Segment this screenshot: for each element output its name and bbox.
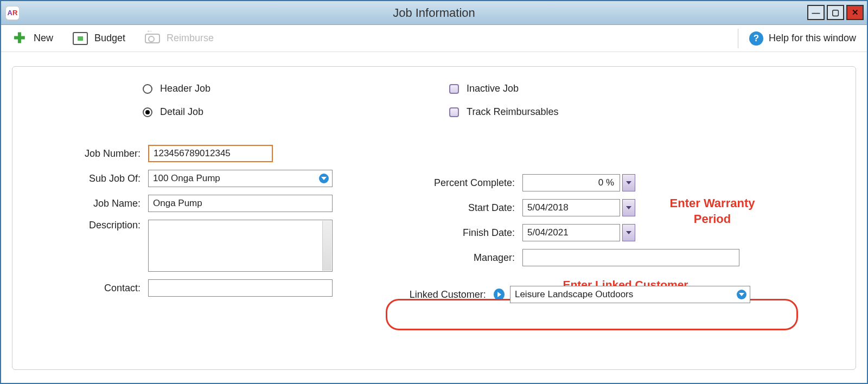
job-name-field: Job Name: Onga Pump bbox=[34, 195, 338, 212]
new-button[interactable]: ✚ New bbox=[12, 32, 53, 45]
contact-field: Contact: bbox=[34, 279, 338, 297]
manager-input[interactable] bbox=[522, 249, 739, 266]
new-label: New bbox=[34, 33, 53, 44]
checkbox-icon bbox=[449, 84, 459, 94]
description-input[interactable] bbox=[148, 220, 333, 272]
start-date-picker[interactable] bbox=[622, 199, 635, 216]
help-button[interactable]: ? Help for this window bbox=[738, 29, 856, 48]
annotation-warranty: Enter Warranty Period bbox=[653, 196, 772, 227]
detail-job-radio[interactable]: Detail Job bbox=[143, 106, 210, 118]
track-reimbursables-label: Track Reimbursables bbox=[467, 106, 558, 118]
checkbox-icon bbox=[449, 107, 459, 117]
job-number-value: 123456789012345 bbox=[154, 148, 231, 159]
plus-icon: ✚ bbox=[12, 32, 27, 45]
window-controls: — ▢ ✕ bbox=[807, 5, 864, 20]
radio-icon-selected bbox=[143, 107, 152, 117]
dropdown-icon[interactable] bbox=[319, 174, 329, 183]
detail-job-label: Detail Job bbox=[160, 106, 203, 118]
finish-date-label: Finish Date: bbox=[403, 227, 522, 239]
form-panel: Header Job Detail Job Inactive Job Track… bbox=[12, 66, 856, 370]
sub-job-of-label: Sub Job Of: bbox=[34, 173, 148, 184]
job-type-radios: Header Job Detail Job bbox=[143, 83, 210, 118]
sub-job-of-value: 100 Onga Pump bbox=[153, 173, 220, 184]
finish-date-input[interactable]: 5/04/2021 bbox=[522, 224, 620, 241]
toolbar: ✚ New Budget Reimburse ? Help for this w… bbox=[1, 25, 867, 52]
reimburse-label: Reimburse bbox=[167, 33, 214, 44]
inactive-job-label: Inactive Job bbox=[467, 83, 519, 94]
percent-complete-value: 0 % bbox=[598, 177, 614, 188]
start-date-input[interactable]: 5/04/2018 bbox=[522, 199, 620, 216]
arrow-right-icon[interactable] bbox=[494, 289, 505, 300]
contact-label: Contact: bbox=[34, 283, 148, 294]
options-row: Header Job Detail Job Inactive Job Track… bbox=[143, 83, 834, 118]
linked-customer-field: Linked Customer: Leisure Landscape Outdo… bbox=[403, 286, 750, 303]
budget-button[interactable]: Budget bbox=[73, 32, 125, 45]
window-title: Job Information bbox=[1, 6, 867, 20]
form-area: Job Number: 123456789012345 Sub Job Of: … bbox=[34, 145, 834, 303]
help-label: Help for this window bbox=[769, 33, 856, 44]
job-information-window: AR Job Information — ▢ ✕ ✚ New Budget Re… bbox=[0, 0, 868, 384]
radio-icon bbox=[143, 84, 152, 94]
job-number-input[interactable]: 123456789012345 bbox=[148, 145, 273, 162]
linked-customer-value: Leisure Landscape Outdoors bbox=[515, 289, 633, 300]
start-date-value: 5/04/2018 bbox=[527, 202, 569, 213]
form-right-column: Enter Warranty Period Enter Linked Custo… bbox=[403, 174, 750, 303]
percent-complete-field: Percent Complete: 0 % bbox=[403, 174, 750, 191]
budget-label: Budget bbox=[94, 33, 125, 44]
percent-complete-stepper[interactable] bbox=[622, 174, 635, 191]
job-name-value: Onga Pump bbox=[153, 198, 202, 209]
sub-job-of-input[interactable]: 100 Onga Pump bbox=[148, 170, 333, 187]
reimburse-button: Reimburse bbox=[145, 32, 214, 45]
job-flags: Inactive Job Track Reimbursables bbox=[449, 83, 558, 118]
close-button[interactable]: ✕ bbox=[846, 5, 864, 20]
sub-job-of-field: Sub Job Of: 100 Onga Pump bbox=[34, 170, 338, 187]
manager-label: Manager: bbox=[403, 252, 522, 264]
contact-input[interactable] bbox=[148, 279, 333, 297]
manager-field: Manager: bbox=[403, 249, 750, 266]
start-date-label: Start Date: bbox=[403, 202, 522, 214]
reimburse-icon bbox=[145, 32, 160, 45]
dropdown-icon[interactable] bbox=[737, 290, 746, 299]
form-left-column: Job Number: 123456789012345 Sub Job Of: … bbox=[34, 145, 338, 303]
finish-date-value: 5/04/2021 bbox=[527, 227, 569, 238]
percent-complete-input[interactable]: 0 % bbox=[522, 174, 620, 191]
job-number-field: Job Number: 123456789012345 bbox=[34, 145, 338, 162]
inactive-job-checkbox[interactable]: Inactive Job bbox=[449, 83, 558, 94]
job-name-input[interactable]: Onga Pump bbox=[148, 195, 333, 212]
job-number-label: Job Number: bbox=[34, 148, 148, 159]
titlebar: AR Job Information — ▢ ✕ bbox=[1, 1, 867, 25]
minimize-button[interactable]: — bbox=[807, 5, 825, 20]
annotation-ring-linked-customer bbox=[386, 299, 798, 330]
budget-icon bbox=[73, 32, 88, 45]
header-job-radio[interactable]: Header Job bbox=[143, 83, 210, 94]
maximize-button[interactable]: ▢ bbox=[827, 5, 844, 20]
linked-customer-label: Linked Customer: bbox=[403, 289, 494, 300]
description-label: Description: bbox=[34, 220, 148, 231]
percent-complete-label: Percent Complete: bbox=[403, 177, 522, 189]
linked-customer-input[interactable]: Leisure Landscape Outdoors bbox=[510, 286, 750, 303]
header-job-label: Header Job bbox=[160, 83, 210, 94]
help-icon: ? bbox=[749, 31, 763, 46]
finish-date-picker[interactable] bbox=[622, 224, 635, 241]
description-field: Description: bbox=[34, 220, 338, 272]
track-reimbursables-checkbox[interactable]: Track Reimbursables bbox=[449, 106, 558, 118]
job-name-label: Job Name: bbox=[34, 198, 148, 209]
